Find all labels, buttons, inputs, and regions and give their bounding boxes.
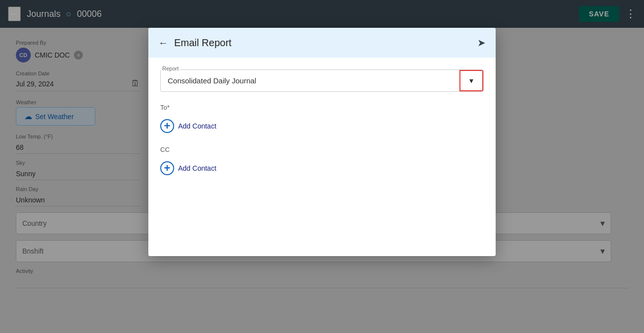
modal-header-left: ← Email Report [158, 37, 232, 49]
cc-add-icon: + [160, 161, 174, 175]
modal-send-button[interactable]: ➤ [477, 37, 486, 49]
report-select-value: Consolidated Daily Journal [161, 70, 459, 91]
cc-label: CC [160, 146, 484, 153]
email-report-modal: ← Email Report ➤ Report Consolidated Dai… [148, 28, 496, 256]
to-add-contact-button[interactable]: + Add Contact [160, 116, 216, 136]
to-add-icon: + [160, 119, 174, 133]
to-add-contact-label: Add Contact [178, 122, 216, 130]
report-field: Report Consolidated Daily Journal ▾ [160, 69, 484, 92]
to-section: To* + Add Contact [160, 104, 484, 136]
report-select-wrapper: Consolidated Daily Journal ▾ [160, 69, 484, 92]
to-label: To* [160, 104, 484, 111]
cc-add-contact-label: Add Contact [178, 164, 216, 172]
report-dropdown-arrow-icon: ▾ [469, 76, 473, 85]
report-dropdown-button[interactable]: ▾ [459, 70, 483, 91]
modal-title: Email Report [174, 37, 232, 49]
modal-body: Report Consolidated Daily Journal ▾ To* … [148, 58, 496, 256]
report-label: Report [161, 66, 180, 71]
cc-section: CC + Add Contact [160, 146, 484, 178]
cc-add-contact-button[interactable]: + Add Contact [160, 158, 216, 178]
modal-back-button[interactable]: ← [158, 37, 168, 49]
modal-header: ← Email Report ➤ [148, 28, 496, 58]
